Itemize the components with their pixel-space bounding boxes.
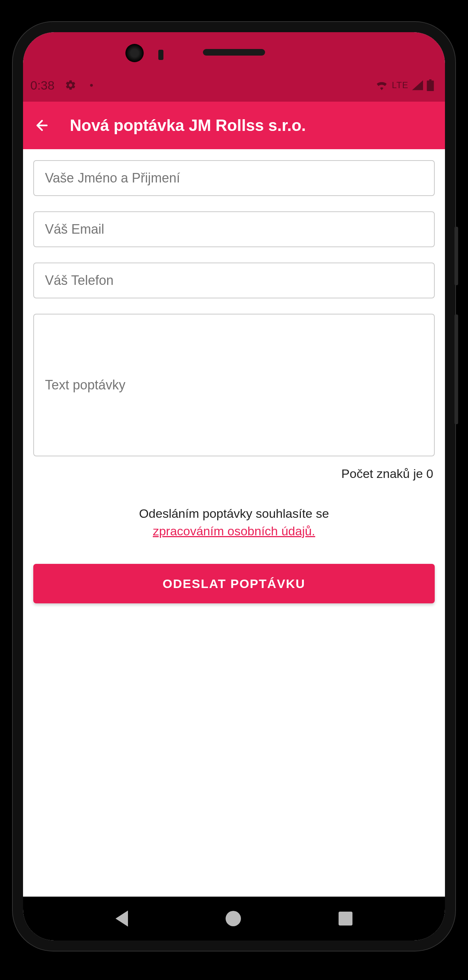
message-field[interactable]: Text poptávky xyxy=(33,314,435,457)
nav-home-icon[interactable] xyxy=(226,911,241,926)
email-placeholder: Váš Email xyxy=(45,221,104,237)
email-field[interactable]: Váš Email xyxy=(33,212,435,247)
sensor-icon xyxy=(158,50,164,60)
char-count-prefix: Počet znaků je xyxy=(342,466,426,480)
back-button[interactable] xyxy=(34,118,51,134)
form-content: Vaše Jméno a Přijmení Váš Email Váš Tele… xyxy=(23,149,445,897)
screen: 0:38 • LTE xyxy=(23,32,445,940)
consent-text-block: Odesláním poptávky souhlasíte se zpracov… xyxy=(33,505,435,540)
lte-label: LTE xyxy=(392,80,408,90)
nav-bar xyxy=(23,897,445,940)
speaker-icon xyxy=(203,49,265,56)
phone-inner: 0:38 • LTE xyxy=(23,32,445,940)
side-button-volume xyxy=(454,315,458,424)
phone-frame: 0:38 • LTE xyxy=(13,22,455,951)
name-field[interactable]: Vaše Jméno a Přijmení xyxy=(33,160,435,196)
consent-text: Odesláním poptávky souhlasíte se xyxy=(139,506,329,520)
char-count-value: 0 xyxy=(426,466,433,480)
status-bar: 0:38 • LTE xyxy=(23,32,445,102)
phone-placeholder: Váš Telefon xyxy=(45,273,113,288)
consent-link[interactable]: zpracováním osobních údajů. xyxy=(153,524,315,538)
wifi-icon xyxy=(375,80,388,90)
notification-dot-icon: • xyxy=(89,80,93,91)
status-time: 0:38 xyxy=(30,78,54,92)
char-count: Počet znaků je 0 xyxy=(33,466,435,481)
status-right: LTE xyxy=(375,80,434,91)
name-placeholder: Vaše Jméno a Přijmení xyxy=(45,170,180,186)
status-left: 0:38 • xyxy=(30,78,93,92)
message-placeholder: Text poptávky xyxy=(45,377,126,393)
nav-recent-icon[interactable] xyxy=(339,912,352,926)
submit-button[interactable]: ODESLAT POPTÁVKU xyxy=(33,564,435,603)
app-bar: Nová poptávka JM Rollss s.r.o. xyxy=(23,102,445,149)
side-button-power xyxy=(454,227,458,285)
signal-icon xyxy=(412,80,423,90)
battery-icon xyxy=(427,80,434,91)
page-title: Nová poptávka JM Rollss s.r.o. xyxy=(70,116,306,135)
gear-icon xyxy=(65,80,76,91)
camera-icon xyxy=(126,44,144,62)
nav-back-icon[interactable] xyxy=(116,910,128,927)
phone-field[interactable]: Váš Telefon xyxy=(33,262,435,298)
